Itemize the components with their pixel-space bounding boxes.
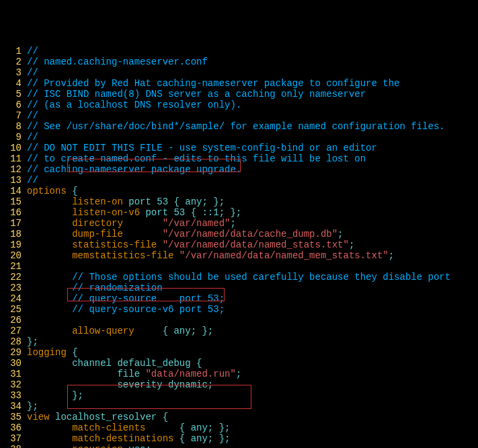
token-comment: // ISC BIND named(8) DNS server as a cac…: [27, 89, 366, 100]
token-keyword: match-destinations: [72, 433, 173, 444]
line-number: 18: [3, 229, 27, 239]
token-plain: port 53 { ::1; };: [140, 207, 241, 218]
token-plain: [27, 218, 72, 229]
code-line: 38 recursion yes;: [3, 444, 478, 448]
token-plain: yes;: [123, 444, 151, 448]
code-content: options {: [27, 186, 78, 196]
code-line: 37 match-destinations { any; };: [3, 433, 478, 444]
code-content: file "data/named.run";: [27, 369, 241, 379]
token-plain: [27, 250, 72, 261]
line-number: 27: [3, 326, 27, 336]
code-content: // (as a localhost DNS resolver only).: [27, 100, 241, 110]
code-content: //: [27, 110, 38, 121]
code-content: //: [27, 46, 38, 57]
code-line: 17 directory "/var/named";: [3, 218, 478, 229]
line-number: 24: [3, 293, 27, 304]
code-content: // named.caching-nameserver.conf: [27, 57, 208, 67]
token-plain: { any; };: [145, 422, 230, 433]
token-plain: port 53 { any; };: [123, 196, 225, 207]
code-content: channel default_debug {: [27, 358, 202, 369]
code-line: 31 file "data/named.run";: [3, 369, 478, 379]
token-comment: //: [27, 175, 38, 186]
line-number: 36: [3, 422, 27, 433]
line-number: 28: [3, 336, 27, 347]
line-number: 1: [3, 46, 27, 57]
line-number: 16: [3, 207, 27, 218]
code-line: 33 };: [3, 390, 478, 401]
code-line: 28};: [3, 336, 478, 347]
code-line: 8// See /usr/share/doc/bind*/sample/ for…: [3, 121, 478, 132]
token-comment: // See /usr/share/doc/bind*/sample/ for …: [27, 121, 445, 132]
code-content: //: [27, 175, 38, 186]
line-number: 26: [3, 315, 27, 326]
token-keyword: directory: [72, 218, 123, 229]
code-content: // DO NOT EDIT THIS FILE - use system-co…: [27, 143, 377, 153]
line-number: 4: [3, 78, 27, 89]
line-number: 6: [3, 100, 27, 110]
code-line: 29logging {: [3, 347, 478, 358]
code-content: // ISC BIND named(8) DNS server as a cac…: [27, 89, 366, 100]
token-comment: // query-source-v6 port 53;: [72, 304, 225, 315]
code-line: 36 match-clients { any; };: [3, 422, 478, 433]
token-comment: // Those options should be used carefull…: [72, 272, 450, 283]
code-content: };: [27, 390, 83, 401]
code-content: // query-source port 53;: [27, 293, 225, 304]
code-line: 20 memstatistics-file "/var/named/data/n…: [3, 250, 478, 261]
line-number: 5: [3, 89, 27, 100]
token-plain: [27, 433, 72, 444]
token-string: "/var/named/data/named_stats.txt": [163, 239, 349, 250]
line-number: 8: [3, 121, 27, 132]
code-content: };: [27, 336, 38, 347]
code-line: 24 // query-source port 53;: [3, 293, 478, 304]
code-content: // to create named.conf - edits to this …: [27, 153, 366, 164]
line-number: 10: [3, 143, 27, 153]
token-comment: //: [27, 46, 38, 57]
line-number: 14: [3, 186, 27, 196]
code-line: 3//: [3, 67, 478, 78]
line-number: 32: [3, 379, 27, 390]
token-plain: { any; };: [134, 326, 214, 336]
code-line: 13//: [3, 175, 478, 186]
token-plain: { any; };: [173, 433, 230, 444]
code-content: match-clients { any; };: [27, 422, 230, 433]
line-number: 11: [3, 153, 27, 164]
token-plain: ;: [389, 250, 394, 261]
token-keyword: view: [27, 412, 50, 422]
line-number: 31: [3, 369, 27, 379]
code-line: 12// caching-nameserver package upgrade.: [3, 164, 478, 175]
token-plain: };: [27, 390, 83, 401]
token-plain: [27, 239, 72, 250]
code-line: 26: [3, 315, 478, 326]
token-comment: // to create named.conf - edits to this …: [27, 153, 366, 164]
line-number: 37: [3, 433, 27, 444]
token-keyword: match-clients: [72, 422, 145, 433]
code-line: 34};: [3, 401, 478, 412]
code-line: 27 allow-query { any; };: [3, 326, 478, 336]
code-content: view localhost_resolver {: [27, 412, 168, 422]
code-line: 22 // Those options should be used caref…: [3, 272, 478, 283]
code-line: 9//: [3, 132, 478, 143]
token-plain: [173, 250, 179, 261]
token-plain: file: [27, 369, 145, 379]
token-plain: [157, 239, 162, 250]
token-keyword: listen-on: [72, 196, 123, 207]
token-plain: [27, 272, 72, 283]
token-plain: [123, 218, 163, 229]
code-content: // Those options should be used carefull…: [27, 272, 450, 283]
token-comment: // Provided by Red Hat caching-nameserve…: [27, 78, 400, 89]
code-content: directory "/var/named";: [27, 218, 236, 229]
code-content: // See /usr/share/doc/bind*/sample/ for …: [27, 121, 445, 132]
token-string: "data/named.run": [145, 369, 235, 379]
code-content: //: [27, 132, 38, 143]
line-number: 21: [3, 261, 27, 272]
token-comment: // caching-nameserver package upgrade.: [27, 164, 241, 175]
token-keyword: statistics-file: [72, 239, 157, 250]
code-line: 30 channel default_debug {: [3, 358, 478, 369]
token-plain: [27, 304, 72, 315]
token-keyword: logging: [27, 347, 67, 358]
code-content: logging {: [27, 347, 78, 358]
line-number: 15: [3, 196, 27, 207]
code-line: 4// Provided by Red Hat caching-nameserv…: [3, 78, 478, 89]
token-plain: channel default_debug {: [27, 358, 202, 369]
token-comment: // DO NOT EDIT THIS FILE - use system-co…: [27, 143, 377, 153]
